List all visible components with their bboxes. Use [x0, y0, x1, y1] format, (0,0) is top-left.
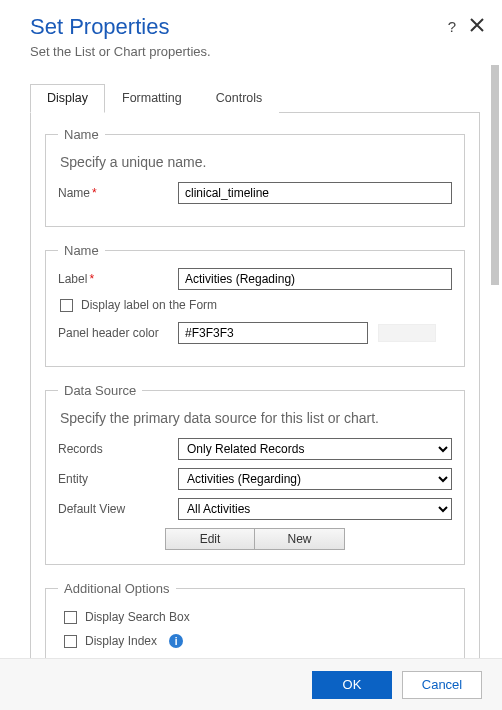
- hint-name: Specify a unique name.: [60, 154, 452, 170]
- fieldset-additional: Additional Options Display Search Box Di…: [45, 581, 465, 658]
- select-records[interactable]: Only Related Records: [178, 438, 452, 460]
- checkbox-search-box-text: Display Search Box: [85, 610, 190, 624]
- checkbox-display-index-text: Display Index: [85, 634, 157, 648]
- select-entity[interactable]: Activities (Regarding): [178, 468, 452, 490]
- tab-display[interactable]: Display: [30, 84, 105, 113]
- info-icon[interactable]: i: [169, 634, 183, 648]
- panel-color-swatch[interactable]: [378, 324, 436, 342]
- edit-button[interactable]: Edit: [165, 528, 255, 550]
- hint-datasource: Specify the primary data source for this…: [60, 410, 452, 426]
- checkbox-search-box-row[interactable]: Display Search Box: [64, 610, 452, 624]
- dialog-subtitle: Set the List or Chart properties.: [30, 44, 482, 59]
- input-panel-color[interactable]: [178, 322, 368, 344]
- tab-formatting[interactable]: Formatting: [105, 84, 199, 113]
- ok-button[interactable]: OK: [312, 671, 392, 699]
- new-button[interactable]: New: [255, 528, 345, 550]
- label-default-view: Default View: [58, 502, 178, 516]
- dialog-body: Display Formatting Controls Name Specify…: [0, 63, 488, 658]
- checkbox-search-box[interactable]: [64, 611, 77, 624]
- label-panel-color: Panel header color: [58, 326, 178, 340]
- tab-panel-display: Name Specify a unique name. Name* Name L…: [30, 113, 480, 658]
- dialog-footer: OK Cancel: [0, 658, 502, 710]
- select-default-view[interactable]: All Activities: [178, 498, 452, 520]
- label-entity: Entity: [58, 472, 178, 486]
- cancel-button[interactable]: Cancel: [402, 671, 482, 699]
- dialog-header: Set Properties Set the List or Chart pro…: [0, 0, 502, 63]
- legend-name: Name: [58, 127, 105, 142]
- label-label: Label*: [58, 272, 178, 286]
- close-icon[interactable]: [470, 18, 484, 35]
- fieldset-name: Name Specify a unique name. Name*: [45, 127, 465, 227]
- dialog-title: Set Properties: [30, 14, 482, 40]
- set-properties-dialog: Set Properties Set the List or Chart pro…: [0, 0, 502, 710]
- label-name: Name*: [58, 186, 178, 200]
- checkbox-display-label-row[interactable]: Display label on the Form: [60, 298, 452, 312]
- input-name[interactable]: [178, 182, 452, 204]
- input-label[interactable]: [178, 268, 452, 290]
- checkbox-display-index[interactable]: [64, 635, 77, 648]
- scrollbar-thumb[interactable]: [491, 65, 499, 285]
- checkbox-display-label[interactable]: [60, 299, 73, 312]
- legend-datasource: Data Source: [58, 383, 142, 398]
- scrollbar[interactable]: [488, 63, 502, 658]
- tab-controls[interactable]: Controls: [199, 84, 280, 113]
- checkbox-display-index-row[interactable]: Display Index i: [64, 634, 452, 648]
- tab-strip: Display Formatting Controls: [30, 83, 480, 113]
- fieldset-label: Name Label* Display label on the Form Pa…: [45, 243, 465, 367]
- legend-label: Name: [58, 243, 105, 258]
- fieldset-datasource: Data Source Specify the primary data sou…: [45, 383, 465, 565]
- legend-additional: Additional Options: [58, 581, 176, 596]
- help-icon[interactable]: ?: [448, 18, 456, 35]
- checkbox-display-label-text: Display label on the Form: [81, 298, 217, 312]
- label-records: Records: [58, 442, 178, 456]
